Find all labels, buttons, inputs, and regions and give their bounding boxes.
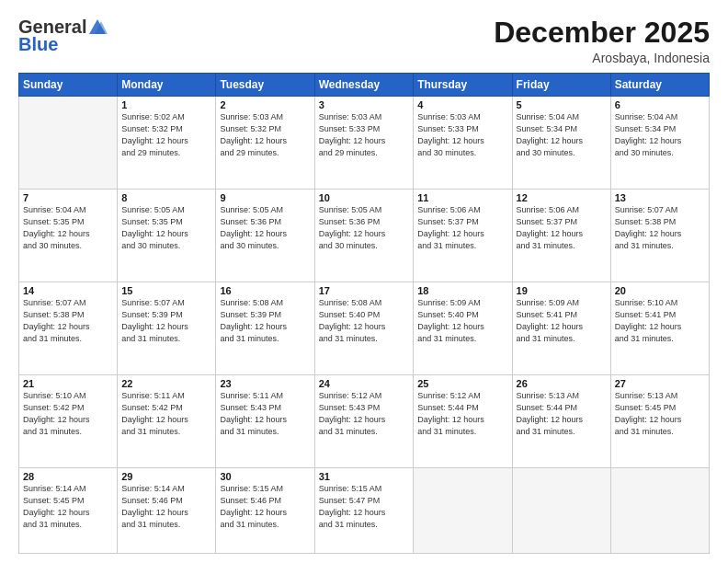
table-row: 10Sunrise: 5:05 AM Sunset: 5:36 PM Dayli… (314, 190, 414, 282)
calendar: Sunday Monday Tuesday Wednesday Thursday… (18, 73, 710, 554)
day-info: Sunrise: 5:07 AM Sunset: 5:39 PM Dayligh… (121, 297, 211, 345)
logo-blue: Blue (18, 34, 58, 55)
day-info: Sunrise: 5:14 AM Sunset: 5:45 PM Dayligh… (23, 483, 113, 531)
table-row: 1Sunrise: 5:02 AM Sunset: 5:32 PM Daylig… (118, 97, 216, 190)
day-info: Sunrise: 5:06 AM Sunset: 5:37 PM Dayligh… (417, 204, 507, 252)
day-number: 14 (23, 285, 113, 296)
calendar-week-row: 21Sunrise: 5:10 AM Sunset: 5:42 PM Dayli… (19, 374, 710, 467)
table-row (610, 467, 709, 553)
table-row (512, 467, 610, 553)
table-row: 9Sunrise: 5:05 AM Sunset: 5:36 PM Daylig… (216, 190, 314, 282)
col-thursday: Thursday (414, 74, 512, 97)
calendar-week-row: 1Sunrise: 5:02 AM Sunset: 5:32 PM Daylig… (19, 97, 710, 190)
day-number: 29 (121, 471, 211, 482)
day-info: Sunrise: 5:13 AM Sunset: 5:45 PM Dayligh… (615, 390, 705, 438)
day-info: Sunrise: 5:05 AM Sunset: 5:36 PM Dayligh… (319, 204, 410, 252)
table-row: 20Sunrise: 5:10 AM Sunset: 5:41 PM Dayli… (610, 282, 709, 374)
day-info: Sunrise: 5:05 AM Sunset: 5:35 PM Dayligh… (121, 204, 211, 252)
day-number: 3 (319, 99, 410, 110)
day-info: Sunrise: 5:13 AM Sunset: 5:44 PM Dayligh… (517, 390, 607, 438)
col-tuesday: Tuesday (216, 74, 314, 97)
table-row: 6Sunrise: 5:04 AM Sunset: 5:34 PM Daylig… (610, 97, 709, 190)
day-number: 20 (615, 285, 705, 296)
calendar-header-row: Sunday Monday Tuesday Wednesday Thursday… (19, 74, 710, 97)
day-info: Sunrise: 5:08 AM Sunset: 5:40 PM Dayligh… (319, 297, 410, 345)
day-info: Sunrise: 5:04 AM Sunset: 5:34 PM Dayligh… (615, 111, 705, 159)
day-info: Sunrise: 5:02 AM Sunset: 5:32 PM Dayligh… (121, 111, 211, 159)
title-section: December 2025 Arosbaya, Indonesia (494, 17, 710, 65)
day-number: 23 (220, 378, 310, 389)
col-wednesday: Wednesday (314, 74, 414, 97)
day-number: 28 (23, 471, 113, 482)
day-info: Sunrise: 5:03 AM Sunset: 5:33 PM Dayligh… (417, 111, 507, 159)
table-row: 21Sunrise: 5:10 AM Sunset: 5:42 PM Dayli… (19, 374, 118, 467)
day-number: 16 (220, 285, 310, 296)
day-info: Sunrise: 5:05 AM Sunset: 5:36 PM Dayligh… (220, 204, 310, 252)
col-sunday: Sunday (19, 74, 118, 97)
header: General Blue December 2025 Arosbaya, Ind… (18, 17, 710, 65)
table-row: 14Sunrise: 5:07 AM Sunset: 5:38 PM Dayli… (19, 282, 118, 374)
day-info: Sunrise: 5:04 AM Sunset: 5:34 PM Dayligh… (517, 111, 607, 159)
table-row: 22Sunrise: 5:11 AM Sunset: 5:42 PM Dayli… (118, 374, 216, 467)
calendar-week-row: 14Sunrise: 5:07 AM Sunset: 5:38 PM Dayli… (19, 282, 710, 374)
day-info: Sunrise: 5:07 AM Sunset: 5:38 PM Dayligh… (23, 297, 113, 345)
day-number: 19 (517, 285, 607, 296)
table-row: 3Sunrise: 5:03 AM Sunset: 5:33 PM Daylig… (314, 97, 414, 190)
calendar-week-row: 28Sunrise: 5:14 AM Sunset: 5:45 PM Dayli… (19, 467, 710, 553)
table-row: 15Sunrise: 5:07 AM Sunset: 5:39 PM Dayli… (118, 282, 216, 374)
day-info: Sunrise: 5:14 AM Sunset: 5:46 PM Dayligh… (121, 483, 211, 531)
day-number: 21 (23, 378, 113, 389)
day-number: 15 (121, 285, 211, 296)
month-title: December 2025 (494, 17, 710, 49)
day-info: Sunrise: 5:11 AM Sunset: 5:43 PM Dayligh… (220, 390, 310, 438)
day-info: Sunrise: 5:03 AM Sunset: 5:32 PM Dayligh… (220, 111, 310, 159)
day-number: 9 (220, 192, 310, 203)
day-number: 25 (417, 378, 507, 389)
table-row: 24Sunrise: 5:12 AM Sunset: 5:43 PM Dayli… (314, 374, 414, 467)
day-number: 26 (517, 378, 607, 389)
location: Arosbaya, Indonesia (494, 51, 710, 65)
table-row: 5Sunrise: 5:04 AM Sunset: 5:34 PM Daylig… (512, 97, 610, 190)
table-row: 30Sunrise: 5:15 AM Sunset: 5:46 PM Dayli… (216, 467, 314, 553)
day-number: 1 (121, 99, 211, 110)
table-row: 18Sunrise: 5:09 AM Sunset: 5:40 PM Dayli… (414, 282, 512, 374)
table-row: 27Sunrise: 5:13 AM Sunset: 5:45 PM Dayli… (610, 374, 709, 467)
table-row: 17Sunrise: 5:08 AM Sunset: 5:40 PM Dayli… (314, 282, 414, 374)
table-row: 26Sunrise: 5:13 AM Sunset: 5:44 PM Dayli… (512, 374, 610, 467)
table-row: 28Sunrise: 5:14 AM Sunset: 5:45 PM Dayli… (19, 467, 118, 553)
table-row: 8Sunrise: 5:05 AM Sunset: 5:35 PM Daylig… (118, 190, 216, 282)
table-row (19, 97, 118, 190)
table-row: 23Sunrise: 5:11 AM Sunset: 5:43 PM Dayli… (216, 374, 314, 467)
day-info: Sunrise: 5:10 AM Sunset: 5:41 PM Dayligh… (615, 297, 705, 345)
day-info: Sunrise: 5:07 AM Sunset: 5:38 PM Dayligh… (615, 204, 705, 252)
day-number: 11 (417, 192, 507, 203)
day-info: Sunrise: 5:08 AM Sunset: 5:39 PM Dayligh… (220, 297, 310, 345)
day-info: Sunrise: 5:15 AM Sunset: 5:46 PM Dayligh… (220, 483, 310, 531)
table-row: 16Sunrise: 5:08 AM Sunset: 5:39 PM Dayli… (216, 282, 314, 374)
table-row: 19Sunrise: 5:09 AM Sunset: 5:41 PM Dayli… (512, 282, 610, 374)
day-info: Sunrise: 5:11 AM Sunset: 5:42 PM Dayligh… (121, 390, 211, 438)
table-row: 31Sunrise: 5:15 AM Sunset: 5:47 PM Dayli… (314, 467, 414, 553)
day-info: Sunrise: 5:12 AM Sunset: 5:43 PM Dayligh… (319, 390, 410, 438)
day-number: 18 (417, 285, 507, 296)
col-friday: Friday (512, 74, 610, 97)
table-row: 25Sunrise: 5:12 AM Sunset: 5:44 PM Dayli… (414, 374, 512, 467)
day-number: 13 (615, 192, 705, 203)
logo-icon (87, 17, 108, 38)
day-number: 10 (319, 192, 410, 203)
day-info: Sunrise: 5:12 AM Sunset: 5:44 PM Dayligh… (417, 390, 507, 438)
col-saturday: Saturday (610, 74, 709, 97)
day-number: 4 (417, 99, 507, 110)
day-number: 22 (121, 378, 211, 389)
table-row: 13Sunrise: 5:07 AM Sunset: 5:38 PM Dayli… (610, 190, 709, 282)
day-number: 30 (220, 471, 310, 482)
day-info: Sunrise: 5:15 AM Sunset: 5:47 PM Dayligh… (319, 483, 410, 531)
table-row (414, 467, 512, 553)
day-number: 2 (220, 99, 310, 110)
table-row: 4Sunrise: 5:03 AM Sunset: 5:33 PM Daylig… (414, 97, 512, 190)
col-monday: Monday (118, 74, 216, 97)
day-number: 5 (517, 99, 607, 110)
calendar-week-row: 7Sunrise: 5:04 AM Sunset: 5:35 PM Daylig… (19, 190, 710, 282)
day-number: 17 (319, 285, 410, 296)
table-row: 12Sunrise: 5:06 AM Sunset: 5:37 PM Dayli… (512, 190, 610, 282)
